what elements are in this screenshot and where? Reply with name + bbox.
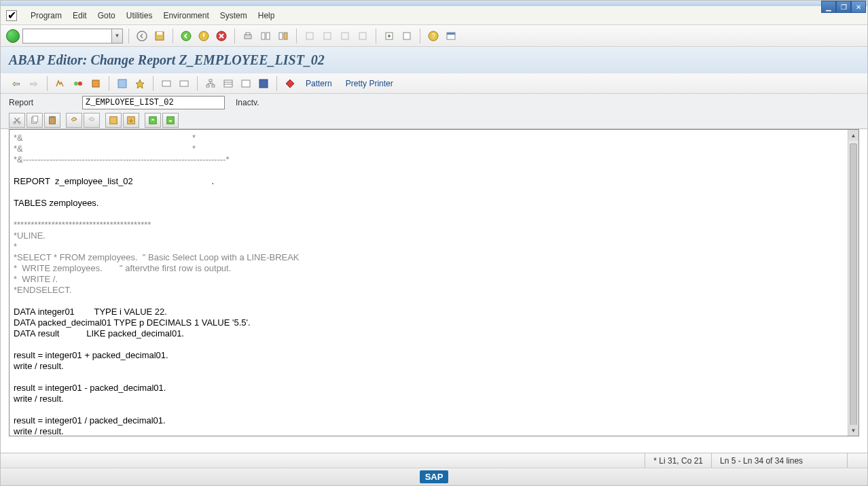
svg-point-0: [137, 31, 147, 41]
editor-toolbar: [1, 111, 867, 129]
copy-icon[interactable]: [26, 113, 43, 128]
menu-goto[interactable]: Goto: [98, 11, 115, 20]
svg-rect-21: [447, 33, 455, 35]
menu-utilities[interactable]: Utilities: [126, 11, 153, 20]
pattern-button[interactable]: Pattern: [306, 79, 332, 88]
status-end: [847, 453, 867, 468]
menu-environment[interactable]: Environment: [163, 11, 209, 20]
menu-edit[interactable]: Edit: [73, 11, 87, 20]
fullscreen-icon[interactable]: [256, 76, 271, 91]
svg-rect-29: [206, 85, 209, 87]
titlebar: ▁ ❐ ✕: [1, 1, 867, 6]
prev-object-icon[interactable]: ⇦: [9, 76, 24, 91]
last-page-icon[interactable]: [355, 29, 370, 44]
svg-rect-27: [180, 81, 188, 86]
separator: [153, 76, 153, 91]
svg-rect-10: [279, 33, 283, 39]
menu-program[interactable]: Program: [31, 11, 62, 20]
svg-point-3: [181, 31, 191, 41]
cut-icon[interactable]: [9, 113, 25, 128]
standard-toolbar: ▼ ?: [1, 25, 867, 47]
object-list-icon[interactable]: [221, 76, 236, 91]
statusbar: * Li 31, Co 21 Ln 5 - Ln 34 of 34 lines: [1, 453, 867, 468]
where-used-icon[interactable]: [177, 76, 192, 91]
command-field[interactable]: ▼: [22, 29, 123, 44]
vertical-scrollbar[interactable]: ▲ ▼: [848, 130, 858, 436]
load-local-icon[interactable]: [123, 113, 139, 128]
breakpoint-icon[interactable]: [283, 76, 297, 91]
menu-toggle-icon[interactable]: ✔: [6, 10, 17, 21]
status-modified: * Li 31, Co 21: [645, 453, 711, 468]
separator: [173, 29, 173, 44]
chevron-down-icon[interactable]: ▼: [111, 29, 122, 43]
svg-rect-9: [266, 33, 270, 39]
application-toolbar: ⇦ ⇨ Pattern Pretty Printer: [1, 73, 867, 94]
minimize-button[interactable]: ▁: [821, 1, 836, 13]
scroll-down-icon[interactable]: ▼: [848, 425, 858, 436]
next-page-icon[interactable]: [338, 29, 352, 44]
cancel-icon[interactable]: [214, 29, 229, 44]
report-row: Report Inactv.: [1, 94, 867, 111]
scroll-thumb[interactable]: [850, 143, 857, 429]
nav-window-icon[interactable]: [238, 76, 253, 91]
new-session-icon[interactable]: [382, 29, 397, 44]
scroll-up-icon[interactable]: ▲: [848, 130, 858, 141]
svg-point-22: [74, 82, 78, 86]
page-title: ABAP Editor: Change Report Z_EMPLOYEE_LI…: [1, 47, 867, 73]
svg-rect-12: [306, 33, 313, 39]
main-window: ▁ ❐ ✕ ✔ Program Edit Goto Utilities Envi…: [0, 0, 868, 486]
shortcut-icon[interactable]: [399, 29, 414, 44]
undo-icon[interactable]: [66, 113, 82, 128]
separator: [47, 76, 48, 91]
execute-icon[interactable]: [159, 76, 174, 91]
replace-icon[interactable]: [162, 113, 179, 128]
active-inactive-icon[interactable]: [71, 76, 86, 91]
svg-rect-13: [324, 33, 331, 39]
activate-icon[interactable]: [132, 76, 147, 91]
layout-icon[interactable]: [444, 29, 458, 44]
find-icon[interactable]: [258, 29, 273, 44]
separator: [109, 76, 109, 91]
enter-button[interactable]: [6, 29, 20, 43]
prev-page-icon[interactable]: [320, 29, 335, 44]
back-icon[interactable]: [134, 29, 149, 44]
check-icon[interactable]: [115, 76, 130, 91]
svg-rect-8: [261, 33, 265, 39]
menu-help[interactable]: Help: [258, 11, 275, 20]
separator: [420, 29, 420, 44]
menu-system[interactable]: System: [220, 11, 247, 20]
svg-rect-40: [50, 116, 54, 118]
pretty-printer-button[interactable]: Pretty Printer: [346, 79, 393, 88]
footerbar: SAP: [1, 468, 867, 485]
first-page-icon[interactable]: [302, 29, 317, 44]
svg-rect-17: [403, 33, 410, 39]
save-icon[interactable]: [152, 29, 167, 44]
maximize-button[interactable]: ❐: [836, 1, 851, 13]
svg-point-23: [78, 82, 82, 86]
exit-icon[interactable]: [196, 29, 211, 44]
report-name-input[interactable]: [82, 96, 225, 109]
hierarchy-icon[interactable]: [203, 76, 218, 91]
print-icon[interactable]: [240, 29, 255, 44]
other-object-icon[interactable]: [88, 76, 103, 91]
code-editor[interactable]: *& * *& * *&----------------------------…: [10, 130, 858, 436]
svg-rect-6: [245, 35, 251, 39]
svg-text:?: ?: [431, 33, 435, 40]
sap-logo: SAP: [420, 470, 449, 483]
redo-icon[interactable]: [84, 113, 100, 128]
help-icon[interactable]: ?: [426, 29, 441, 44]
svg-rect-31: [224, 80, 232, 87]
find-next-icon[interactable]: [276, 29, 291, 44]
svg-rect-33: [259, 80, 268, 88]
back-green-icon[interactable]: [179, 29, 194, 44]
svg-rect-24: [92, 80, 99, 87]
find-in-icon[interactable]: [145, 113, 161, 128]
close-button[interactable]: ✕: [851, 1, 866, 13]
paste-icon[interactable]: [44, 113, 60, 128]
toggle-display-icon[interactable]: [53, 76, 68, 91]
menubar: ✔ Program Edit Goto Utilities Environmen…: [1, 6, 867, 25]
window-controls: ▁ ❐ ✕: [821, 1, 866, 13]
report-status: Inactv.: [236, 98, 259, 107]
save-local-icon[interactable]: [105, 113, 122, 128]
next-object-icon[interactable]: ⇨: [26, 76, 41, 91]
